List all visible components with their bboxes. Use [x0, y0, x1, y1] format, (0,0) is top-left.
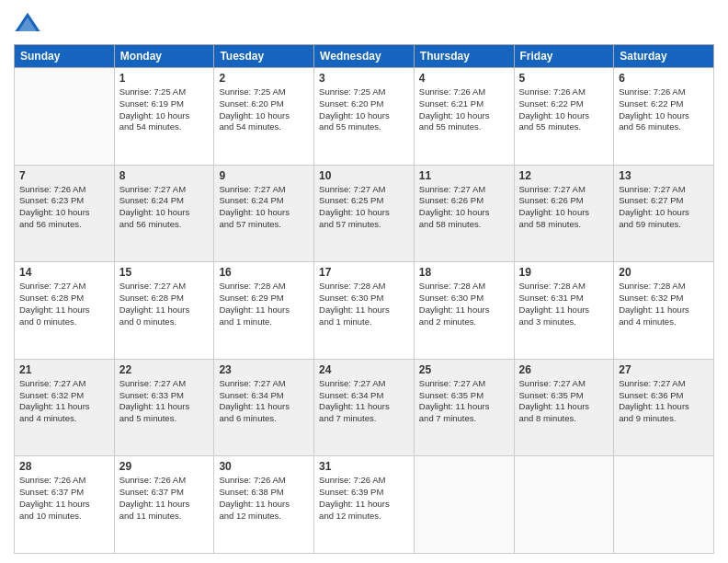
day-info: Sunrise: 7:27 AM Sunset: 6:34 PM Dayligh… — [219, 378, 309, 425]
day-info: Sunrise: 7:26 AM Sunset: 6:37 PM Dayligh… — [19, 475, 109, 522]
day-number: 15 — [119, 266, 210, 279]
day-cell: 19Sunrise: 7:28 AM Sunset: 6:31 PM Dayli… — [514, 262, 614, 360]
weekday-saturday: Saturday — [614, 45, 714, 68]
day-info: Sunrise: 7:25 AM Sunset: 6:20 PM Dayligh… — [319, 86, 409, 133]
day-cell: 25Sunrise: 7:27 AM Sunset: 6:35 PM Dayli… — [414, 359, 514, 456]
day-cell: 10Sunrise: 7:27 AM Sunset: 6:25 PM Dayli… — [314, 165, 415, 262]
day-info: Sunrise: 7:26 AM Sunset: 6:22 PM Dayligh… — [519, 86, 609, 133]
day-info: Sunrise: 7:27 AM Sunset: 6:25 PM Dayligh… — [319, 184, 409, 231]
day-cell: 29Sunrise: 7:26 AM Sunset: 6:37 PM Dayli… — [114, 456, 214, 554]
day-cell: 2Sunrise: 7:25 AM Sunset: 6:20 PM Daylig… — [214, 68, 314, 166]
weekday-friday: Friday — [514, 45, 614, 68]
day-cell: 26Sunrise: 7:27 AM Sunset: 6:35 PM Dayli… — [514, 359, 614, 456]
day-info: Sunrise: 7:25 AM Sunset: 6:19 PM Dayligh… — [119, 86, 210, 133]
day-cell: 8Sunrise: 7:27 AM Sunset: 6:24 PM Daylig… — [114, 165, 214, 262]
day-cell: 27Sunrise: 7:27 AM Sunset: 6:36 PM Dayli… — [614, 359, 714, 456]
header — [14, 9, 714, 37]
day-number: 18 — [419, 266, 509, 279]
day-number: 23 — [219, 363, 309, 376]
day-number: 21 — [19, 363, 109, 376]
day-number: 24 — [319, 363, 409, 376]
day-cell: 9Sunrise: 7:27 AM Sunset: 6:24 PM Daylig… — [214, 165, 314, 262]
day-info: Sunrise: 7:28 AM Sunset: 6:30 PM Dayligh… — [319, 281, 409, 327]
day-info: Sunrise: 7:26 AM Sunset: 6:38 PM Dayligh… — [219, 475, 309, 522]
weekday-header-row: SundayMondayTuesdayWednesdayThursdayFrid… — [15, 45, 714, 68]
week-row-5: 28Sunrise: 7:26 AM Sunset: 6:37 PM Dayli… — [15, 456, 714, 554]
day-info: Sunrise: 7:28 AM Sunset: 6:32 PM Dayligh… — [619, 281, 709, 327]
day-cell: 4Sunrise: 7:26 AM Sunset: 6:21 PM Daylig… — [414, 68, 514, 166]
weekday-wednesday: Wednesday — [314, 45, 415, 68]
day-cell: 12Sunrise: 7:27 AM Sunset: 6:26 PM Dayli… — [514, 165, 614, 262]
day-cell — [614, 456, 714, 554]
day-info: Sunrise: 7:27 AM Sunset: 6:35 PM Dayligh… — [419, 378, 509, 425]
day-cell: 30Sunrise: 7:26 AM Sunset: 6:38 PM Dayli… — [214, 456, 314, 554]
day-number: 25 — [419, 363, 509, 376]
day-info: Sunrise: 7:28 AM Sunset: 6:31 PM Dayligh… — [519, 281, 609, 327]
week-row-4: 21Sunrise: 7:27 AM Sunset: 6:32 PM Dayli… — [15, 359, 714, 456]
day-number: 31 — [319, 460, 409, 473]
day-number: 27 — [619, 363, 709, 376]
day-info: Sunrise: 7:28 AM Sunset: 6:29 PM Dayligh… — [219, 281, 309, 327]
day-info: Sunrise: 7:26 AM Sunset: 6:21 PM Dayligh… — [419, 86, 509, 133]
day-number: 11 — [419, 169, 509, 182]
day-cell: 15Sunrise: 7:27 AM Sunset: 6:28 PM Dayli… — [114, 262, 214, 360]
day-number: 17 — [319, 266, 409, 279]
day-number: 8 — [119, 169, 210, 182]
calendar-table: SundayMondayTuesdayWednesdayThursdayFrid… — [14, 44, 714, 554]
day-info: Sunrise: 7:27 AM Sunset: 6:26 PM Dayligh… — [519, 184, 609, 231]
logo-icon — [14, 9, 41, 37]
day-number: 14 — [19, 266, 109, 279]
weekday-monday: Monday — [114, 45, 214, 68]
day-number: 29 — [119, 460, 210, 473]
day-cell — [414, 456, 514, 554]
weekday-thursday: Thursday — [414, 45, 514, 68]
day-number: 5 — [519, 72, 609, 85]
day-number: 9 — [219, 169, 309, 182]
day-cell: 11Sunrise: 7:27 AM Sunset: 6:26 PM Dayli… — [414, 165, 514, 262]
day-cell: 13Sunrise: 7:27 AM Sunset: 6:27 PM Dayli… — [614, 165, 714, 262]
day-info: Sunrise: 7:27 AM Sunset: 6:32 PM Dayligh… — [19, 378, 109, 425]
week-row-1: 1Sunrise: 7:25 AM Sunset: 6:19 PM Daylig… — [15, 68, 714, 166]
day-cell: 21Sunrise: 7:27 AM Sunset: 6:32 PM Dayli… — [15, 359, 115, 456]
day-cell: 24Sunrise: 7:27 AM Sunset: 6:34 PM Dayli… — [314, 359, 415, 456]
day-number: 22 — [119, 363, 210, 376]
day-info: Sunrise: 7:26 AM Sunset: 6:22 PM Dayligh… — [619, 86, 709, 133]
day-number: 28 — [19, 460, 109, 473]
day-number: 26 — [519, 363, 609, 376]
day-number: 16 — [219, 266, 309, 279]
day-cell: 17Sunrise: 7:28 AM Sunset: 6:30 PM Dayli… — [314, 262, 415, 360]
day-cell: 16Sunrise: 7:28 AM Sunset: 6:29 PM Dayli… — [214, 262, 314, 360]
day-number: 1 — [119, 72, 210, 85]
day-number: 7 — [19, 169, 109, 182]
day-info: Sunrise: 7:27 AM Sunset: 6:26 PM Dayligh… — [419, 184, 509, 231]
day-cell: 20Sunrise: 7:28 AM Sunset: 6:32 PM Dayli… — [614, 262, 714, 360]
day-number: 30 — [219, 460, 309, 473]
day-cell: 7Sunrise: 7:26 AM Sunset: 6:23 PM Daylig… — [15, 165, 115, 262]
day-number: 19 — [519, 266, 609, 279]
day-cell: 23Sunrise: 7:27 AM Sunset: 6:34 PM Dayli… — [214, 359, 314, 456]
day-info: Sunrise: 7:27 AM Sunset: 6:28 PM Dayligh… — [119, 281, 210, 327]
day-cell: 1Sunrise: 7:25 AM Sunset: 6:19 PM Daylig… — [114, 68, 214, 166]
day-info: Sunrise: 7:27 AM Sunset: 6:34 PM Dayligh… — [319, 378, 409, 425]
day-info: Sunrise: 7:26 AM Sunset: 6:23 PM Dayligh… — [19, 184, 109, 231]
day-cell: 22Sunrise: 7:27 AM Sunset: 6:33 PM Dayli… — [114, 359, 214, 456]
logo — [14, 9, 45, 37]
day-info: Sunrise: 7:27 AM Sunset: 6:33 PM Dayligh… — [119, 378, 210, 425]
weekday-sunday: Sunday — [15, 45, 115, 68]
day-cell — [15, 68, 115, 166]
day-info: Sunrise: 7:25 AM Sunset: 6:20 PM Dayligh… — [219, 86, 309, 133]
day-number: 20 — [619, 266, 709, 279]
day-number: 2 — [219, 72, 309, 85]
day-number: 4 — [419, 72, 509, 85]
day-info: Sunrise: 7:27 AM Sunset: 6:35 PM Dayligh… — [519, 378, 609, 425]
day-info: Sunrise: 7:27 AM Sunset: 6:24 PM Dayligh… — [219, 184, 309, 231]
day-info: Sunrise: 7:28 AM Sunset: 6:30 PM Dayligh… — [419, 281, 509, 327]
day-info: Sunrise: 7:27 AM Sunset: 6:36 PM Dayligh… — [619, 378, 709, 425]
day-cell: 28Sunrise: 7:26 AM Sunset: 6:37 PM Dayli… — [15, 456, 115, 554]
day-info: Sunrise: 7:26 AM Sunset: 6:39 PM Dayligh… — [319, 475, 409, 522]
day-number: 3 — [319, 72, 409, 85]
day-number: 12 — [519, 169, 609, 182]
day-cell: 5Sunrise: 7:26 AM Sunset: 6:22 PM Daylig… — [514, 68, 614, 166]
day-info: Sunrise: 7:26 AM Sunset: 6:37 PM Dayligh… — [119, 475, 210, 522]
day-number: 13 — [619, 169, 709, 182]
